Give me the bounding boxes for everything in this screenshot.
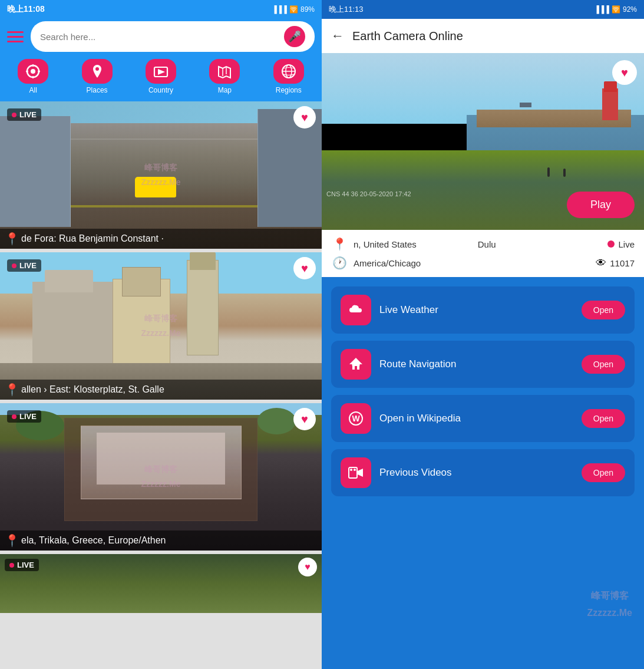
right-header: ← Earth Camera Online <box>322 19 644 53</box>
feed-item[interactable]: LIVE ♥ <box>0 554 322 613</box>
feed-item[interactable]: LIVE ♥ 📍 allen › East: Klosterplatz, St.… <box>0 252 322 400</box>
places-label: Places <box>87 86 108 94</box>
signal-icon-right: ▐▐▐ <box>594 5 609 14</box>
wifi-icon-right: 🛜 <box>612 5 620 14</box>
wikipedia-open-button[interactable]: Open <box>582 409 625 428</box>
category-regions[interactable]: Regions <box>262 59 315 94</box>
pin-icon-2: 📍 <box>5 383 19 397</box>
timezone-row: 🕐 America/Chicago 👁 11017 <box>331 256 635 270</box>
favorite-button-1[interactable]: ♥ <box>293 106 316 128</box>
live-weather-label: Live Weather <box>379 304 573 316</box>
city-text: Dulu <box>478 239 596 249</box>
category-map[interactable]: Map <box>198 59 251 94</box>
preview-heart-icon: ♥ <box>621 66 628 80</box>
live-text-3: LIVE <box>19 412 37 421</box>
heart-icon-1: ♥ <box>301 111 308 124</box>
timezone-text: America/Chicago <box>354 258 590 268</box>
previous-videos-label: Previous Videos <box>379 467 573 479</box>
view-count: 11017 <box>610 258 635 268</box>
live-status-text: Live <box>618 239 635 249</box>
heart-icon-4: ♥ <box>305 562 311 572</box>
location-row: 📍 n, United States Dulu Live <box>331 237 635 251</box>
category-places[interactable]: Places <box>71 59 124 94</box>
time-left: 晚上11:08 <box>7 4 45 15</box>
back-button[interactable]: ← <box>331 28 344 44</box>
info-section: 📍 n, United States Dulu Live 🕐 America/C… <box>322 230 644 277</box>
search-input[interactable] <box>40 32 284 42</box>
map-icon <box>209 59 240 84</box>
status-icons-left: ▐▐▐ 🛜 89% <box>272 5 315 14</box>
clock-icon: 🕐 <box>331 256 348 270</box>
pin-icon-3: 📍 <box>5 533 19 548</box>
previous-videos-icon <box>341 457 371 488</box>
live-text-2: LIVE <box>19 261 37 270</box>
country-icon <box>146 59 176 84</box>
svg-rect-4 <box>26 71 28 72</box>
live-dot-2 <box>12 263 16 268</box>
route-navigation-label: Route Navigation <box>379 358 573 370</box>
country-label: Country <box>148 86 173 94</box>
feed-list: LIVE ♥ 📍 de Fora: Rua Benjamin Constant … <box>0 101 322 669</box>
previous-videos-card[interactable]: Previous Videos Open <box>331 449 635 496</box>
map-label: Map <box>218 86 232 94</box>
live-weather-card[interactable]: Live Weather Open <box>331 286 635 334</box>
play-button[interactable]: Play <box>567 192 635 218</box>
eye-icon: 👁 <box>596 257 606 269</box>
time-right: 晚上11:13 <box>329 4 364 15</box>
live-text-1: LIVE <box>19 110 37 119</box>
left-panel: 晚上11:08 ▐▐▐ 🛜 89% 🎤 <box>0 0 322 669</box>
feed-caption-2: 📍 allen › East: Klosterplatz, St. Galle <box>0 380 322 400</box>
live-dot-1 <box>12 113 16 117</box>
mic-button[interactable]: 🎤 <box>284 26 305 47</box>
live-badge-4: LIVE <box>5 559 39 571</box>
status-bar-left: 晚上11:08 ▐▐▐ 🛜 89% <box>0 0 322 19</box>
favorite-button-2[interactable]: ♥ <box>293 257 316 279</box>
hamburger-line-1 <box>7 31 24 33</box>
category-country[interactable]: Country <box>134 59 187 94</box>
wikipedia-card[interactable]: W Open in Wikipedia Open <box>331 395 635 442</box>
search-bar: 🎤 <box>0 19 322 54</box>
feed-location-1: de Fora: Rua Benjamin Constant · <box>21 233 164 244</box>
wifi-icon: 🛜 <box>289 5 298 14</box>
camera-preview[interactable]: CNS 44 36 20-05-2020 17:42 ♥ Play <box>322 53 644 230</box>
all-label: All <box>29 86 37 94</box>
location-text: n, United States <box>354 239 472 249</box>
heart-icon-3: ♥ <box>301 413 308 426</box>
feed-item[interactable]: LIVE ♥ 📍 ela, Trikala, Greece, Europe/At… <box>0 403 322 551</box>
svg-point-14 <box>352 364 354 366</box>
svg-point-19 <box>350 469 352 471</box>
previous-videos-open-button[interactable]: Open <box>582 463 625 482</box>
signal-icon: ▐▐▐ <box>272 5 287 14</box>
category-bar: All Places Country <box>0 54 322 101</box>
live-badge-3: LIVE <box>7 410 41 423</box>
live-status: Live <box>607 239 635 249</box>
hamburger-button[interactable] <box>7 31 24 42</box>
battery-left: 89% <box>300 5 315 14</box>
wikipedia-icon: W <box>341 403 371 434</box>
live-weather-icon <box>341 295 371 325</box>
route-navigation-card[interactable]: Route Navigation Open <box>331 341 635 388</box>
places-icon <box>82 59 113 84</box>
live-indicator-dot <box>607 240 615 248</box>
svg-point-15 <box>358 364 360 366</box>
favorite-button-3[interactable]: ♥ <box>293 408 316 430</box>
svg-rect-5 <box>38 71 40 72</box>
svg-point-1 <box>31 69 35 74</box>
live-weather-open-button[interactable]: Open <box>582 301 625 319</box>
favorite-button-4[interactable]: ♥ <box>298 558 317 576</box>
svg-marker-21 <box>358 469 363 477</box>
page-title: Earth Camera Online <box>352 29 463 43</box>
svg-point-20 <box>354 469 356 471</box>
live-dot-3 <box>12 414 16 419</box>
hamburger-line-3 <box>7 41 24 42</box>
svg-rect-3 <box>32 76 34 78</box>
watermark-right: 峰哥博客Zzzzzz.Me <box>587 588 632 622</box>
battery-right: 92% <box>623 5 637 14</box>
feed-item[interactable]: LIVE ♥ 📍 de Fora: Rua Benjamin Constant … <box>0 101 322 249</box>
svg-marker-8 <box>158 69 165 75</box>
wikipedia-label: Open in Wikipedia <box>379 413 573 424</box>
search-input-wrap: 🎤 <box>31 21 315 52</box>
category-all[interactable]: All <box>6 59 60 94</box>
route-navigation-open-button[interactable]: Open <box>582 355 625 374</box>
mic-icon: 🎤 <box>288 30 301 43</box>
